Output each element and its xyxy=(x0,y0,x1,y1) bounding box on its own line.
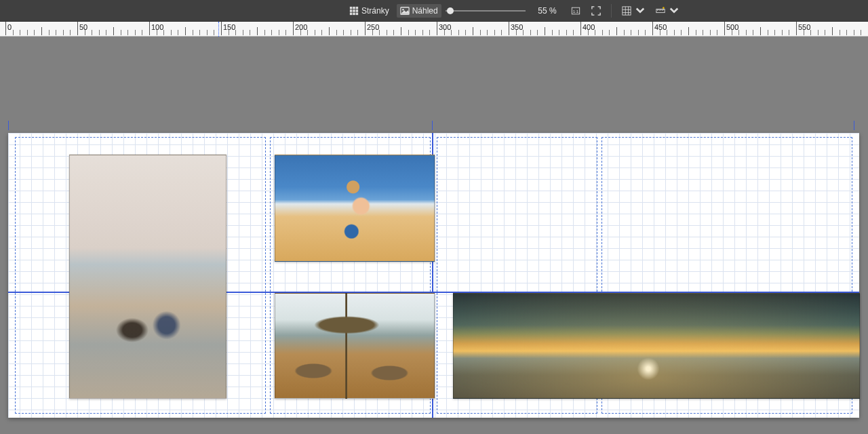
photo-beach-umbrella[interactable] xyxy=(275,293,435,399)
photo-sunset-panorama[interactable] xyxy=(453,293,860,399)
svg-rect-6 xyxy=(350,12,353,15)
zoom-slider-thumb[interactable] xyxy=(447,7,454,14)
actual-size-icon: 1:1 xyxy=(571,6,580,16)
ruler-options-button[interactable] xyxy=(652,4,682,18)
svg-rect-8 xyxy=(356,12,359,15)
svg-rect-13 xyxy=(623,6,631,14)
actual-size-button[interactable]: 1:1 xyxy=(568,4,584,18)
svg-rect-2 xyxy=(356,6,359,9)
image-icon xyxy=(400,6,410,16)
pages-view-label: Stránky xyxy=(361,6,389,16)
layout-grid-icon xyxy=(622,6,631,16)
preview-view-button[interactable]: Náhled xyxy=(397,4,441,18)
photo-kid-sand[interactable] xyxy=(275,155,435,262)
zoom-percent: 55 % xyxy=(530,6,557,16)
svg-rect-1 xyxy=(353,6,355,9)
ruler-label: 0 xyxy=(5,23,12,31)
page-spread[interactable] xyxy=(8,133,859,418)
svg-point-10 xyxy=(402,8,404,10)
ruler-label: 50 xyxy=(77,23,87,31)
svg-rect-3 xyxy=(350,9,353,12)
svg-point-15 xyxy=(663,7,665,9)
svg-rect-0 xyxy=(350,6,353,9)
fit-screen-icon xyxy=(591,6,601,16)
canvas-stage[interactable] xyxy=(0,37,868,434)
guide-tick xyxy=(8,121,9,130)
grid-options-button[interactable] xyxy=(618,4,648,18)
chevron-down-icon xyxy=(635,6,645,16)
zoom-slider[interactable] xyxy=(446,10,526,12)
grid-icon xyxy=(349,6,359,16)
pages-view-button[interactable]: Stránky xyxy=(346,4,393,18)
guide-tick xyxy=(854,121,854,130)
fit-screen-button[interactable] xyxy=(588,4,604,18)
photo-couple-beach[interactable] xyxy=(69,155,226,399)
ruler-icon xyxy=(656,6,665,16)
svg-rect-5 xyxy=(356,9,359,12)
ruler-position-marker xyxy=(218,22,219,37)
guide-tick xyxy=(432,121,433,130)
svg-rect-7 xyxy=(353,12,355,15)
zoom-slider-track[interactable] xyxy=(446,10,526,12)
top-toolbar: Stránky Náhled 55 % 1:1 xyxy=(0,0,868,22)
preview-view-label: Náhled xyxy=(412,6,438,16)
horizontal-ruler[interactable]: 050100150200250300350400450500550600 xyxy=(0,22,868,37)
svg-text:1:1: 1:1 xyxy=(572,8,578,13)
toolbar-separator xyxy=(611,4,612,18)
svg-rect-4 xyxy=(353,9,355,12)
chevron-down-icon xyxy=(669,6,679,16)
